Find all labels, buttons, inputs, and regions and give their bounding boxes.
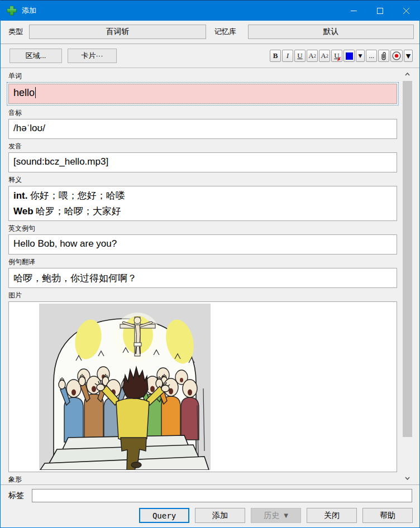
scrollbar-thumb[interactable] (403, 81, 412, 437)
underline-button[interactable]: U (294, 50, 306, 62)
picture-field[interactable] (8, 301, 397, 472)
tools-row: 区域... 卡片··· B I U A2 A2 U✗ ▼ ... (1, 44, 419, 68)
bold-button[interactable]: B (270, 50, 281, 62)
type-label: 类型 (8, 27, 23, 37)
attach-button[interactable] (378, 50, 389, 62)
note-type-button[interactable]: 百词斩 (29, 25, 206, 39)
word-field[interactable]: hello (8, 84, 397, 104)
example-cn-field-label: 例句翻译 (8, 257, 419, 267)
add-note-window: 添加 类型 百词斩 记忆库 默认 区域... 卡片··· B I U A2 A2 (0, 0, 420, 528)
church-cartoon-image (39, 304, 211, 470)
meaning-line-2: Web 哈罗；哈啰；大家好 (13, 204, 392, 219)
example-en-field-label: 英文例句 (8, 224, 419, 233)
dropdown-arrow-icon: ▼ (284, 512, 288, 519)
meaning-field[interactable]: int. 你好；喂；您好；哈喽 Web 哈罗；哈啰；大家好 (8, 186, 397, 221)
history-button[interactable]: 历史▼ (251, 508, 301, 523)
text-color-button[interactable] (343, 50, 355, 62)
scroll-up-button[interactable] (402, 69, 413, 79)
anki-add-icon (7, 6, 17, 16)
footer-buttons: Query 添加 历史▼ 关闭 帮助 (1, 506, 419, 523)
sound-field[interactable]: [sound:bcz_hello.mp3] (8, 152, 397, 172)
meaning-field-label: 释义 (8, 175, 419, 185)
audio-dropdown-button[interactable]: ▼ (404, 50, 413, 62)
meaning-line-1: int. 你好；喂；您好；哈喽 (13, 188, 392, 204)
cards-button[interactable]: 卡片··· (68, 49, 117, 63)
maximize-button[interactable] (367, 1, 393, 21)
example-cn-field[interactable]: 哈啰，鲍勃，你过得如何啊？ (8, 268, 397, 288)
superscript-button[interactable]: A2 (307, 50, 318, 62)
fields-button[interactable]: 区域... (9, 49, 62, 63)
format-toolbar: B I U A2 A2 U✗ ▼ ... ▼ (270, 50, 413, 62)
subscript-button[interactable]: A2 (319, 50, 330, 62)
help-button[interactable]: 帮助 (362, 508, 413, 523)
tags-row: 标签 (1, 485, 419, 506)
text-cursor (35, 87, 36, 98)
add-button[interactable]: 添加 (195, 508, 245, 523)
red-x-icon: ✗ (337, 56, 341, 62)
example-en-field[interactable]: Hello Bob, how are you? (8, 234, 397, 255)
paperclip-icon (380, 51, 387, 60)
italic-button[interactable]: I (282, 50, 293, 62)
word-field-label: 单词 (8, 71, 419, 81)
close-dialog-button[interactable]: 关闭 (307, 508, 357, 523)
pictograph-field-label: 象形 (8, 475, 419, 484)
phonetic-field[interactable]: /həˈloʊ/ (8, 119, 397, 139)
scroll-down-button[interactable] (402, 473, 413, 483)
chevron-down-icon (405, 477, 410, 480)
record-icon (392, 51, 401, 60)
more-options-button[interactable]: ... (366, 50, 377, 62)
word-field-focus-ring: hello (7, 82, 399, 105)
record-audio-button[interactable] (390, 50, 403, 62)
sound-field-label: 发音 (8, 142, 419, 151)
header-row: 类型 百词斩 记忆库 默认 (1, 21, 419, 44)
chevron-up-icon (405, 73, 410, 76)
titlebar: 添加 (1, 1, 419, 21)
tags-label: 标签 (8, 491, 24, 501)
deck-label: 记忆库 (214, 27, 236, 37)
minimize-button[interactable] (341, 1, 367, 21)
color-dropdown-button[interactable]: ▼ (356, 50, 365, 62)
close-button[interactable] (393, 1, 419, 21)
phonetic-field-label: 音标 (8, 108, 419, 118)
window-title: 添加 (22, 6, 36, 16)
tags-input[interactable] (32, 489, 412, 502)
picture-field-label: 图片 (8, 291, 419, 300)
deck-button[interactable]: 默认 (248, 25, 414, 39)
query-button[interactable]: Query (139, 508, 189, 523)
color-swatch-icon (346, 52, 353, 60)
fields-scroll-area: 单词 hello 音标 /həˈloʊ/ 发音 [sound:bcz_hello… (1, 68, 419, 485)
remove-format-button[interactable]: U✗ (331, 50, 342, 62)
vertical-scrollbar[interactable] (402, 68, 413, 484)
